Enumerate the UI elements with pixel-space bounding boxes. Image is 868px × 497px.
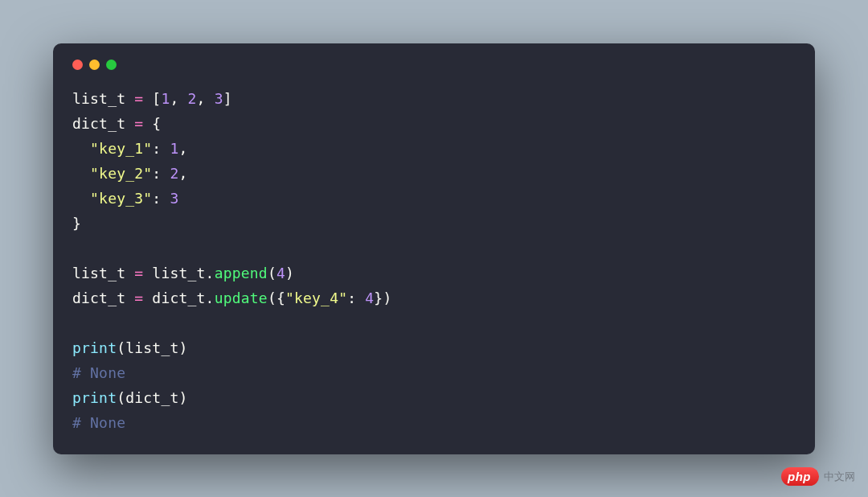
variable: list_t xyxy=(125,339,178,356)
string: "key_4" xyxy=(285,290,347,306)
variable: list_t xyxy=(152,265,205,281)
number: 3 xyxy=(170,190,178,207)
brace: { xyxy=(152,115,161,132)
function: print xyxy=(72,339,117,356)
variable: dict_t xyxy=(72,115,125,132)
php-logo-badge: php xyxy=(781,467,819,486)
variable: list_t xyxy=(72,265,125,281)
code-line: list_t = [1, 2, 3] xyxy=(72,86,796,111)
maximize-icon[interactable] xyxy=(106,60,117,70)
colon: : xyxy=(152,140,170,157)
number: 3 xyxy=(215,90,223,107)
minimize-icon[interactable] xyxy=(89,60,100,70)
operator: = xyxy=(125,265,152,281)
dot: . xyxy=(206,265,215,281)
paren: ) xyxy=(178,339,187,356)
code-line-empty xyxy=(72,310,796,335)
variable: dict_t xyxy=(152,290,205,306)
code-line: list_t = list_t.append(4) xyxy=(72,261,796,285)
comma: , xyxy=(178,140,187,157)
number: 1 xyxy=(161,90,170,107)
brace: } xyxy=(72,215,81,232)
comment: # None xyxy=(72,414,125,431)
paren: ( xyxy=(117,339,125,356)
code-line: } xyxy=(72,211,796,236)
bracket: ] xyxy=(223,90,232,107)
colon: : xyxy=(152,190,170,207)
number: 4 xyxy=(276,265,285,281)
code-line: # None xyxy=(72,360,796,385)
number: 2 xyxy=(170,165,178,182)
method: append xyxy=(215,265,268,281)
close-icon[interactable] xyxy=(72,60,83,70)
comma: , xyxy=(170,90,187,107)
code-content: list_t = [1, 2, 3] dict_t = { "key_1": 1… xyxy=(72,86,796,435)
string: "key_2" xyxy=(90,165,152,182)
comment: # None xyxy=(72,364,125,381)
function: print xyxy=(72,389,117,406)
number: 4 xyxy=(365,290,374,306)
paren: }) xyxy=(374,290,391,306)
bracket: [ xyxy=(152,90,161,107)
watermark-text: 中文网 xyxy=(824,470,855,484)
code-line: "key_2": 2, xyxy=(72,161,796,186)
paren: ( xyxy=(117,389,125,406)
number: 2 xyxy=(188,90,197,107)
variable: dict_t xyxy=(125,389,178,406)
operator: = xyxy=(125,115,152,132)
dot: . xyxy=(206,290,215,306)
paren: ( xyxy=(268,265,276,281)
code-line: print(dict_t) xyxy=(72,385,796,410)
code-window: list_t = [1, 2, 3] dict_t = { "key_1": 1… xyxy=(53,43,815,454)
code-line: "key_1": 1, xyxy=(72,136,796,161)
window-titlebar xyxy=(72,60,796,70)
string: "key_1" xyxy=(90,140,152,157)
code-line: dict_t = { xyxy=(72,111,796,136)
watermark: php 中文网 xyxy=(781,467,855,486)
colon: : xyxy=(347,290,365,306)
code-line: dict_t = dict_t.update({"key_4": 4}) xyxy=(72,285,796,310)
paren: ) xyxy=(285,265,294,281)
comma: , xyxy=(197,90,215,107)
operator: = xyxy=(125,290,152,306)
variable: dict_t xyxy=(72,290,125,306)
code-line: # None xyxy=(72,410,796,435)
number: 1 xyxy=(170,140,178,157)
string: "key_3" xyxy=(90,190,152,207)
variable: list_t xyxy=(72,90,125,107)
colon: : xyxy=(152,165,170,182)
code-line: print(list_t) xyxy=(72,335,796,360)
operator: = xyxy=(125,90,152,107)
method: update xyxy=(215,290,268,306)
code-line-empty xyxy=(72,236,796,261)
paren: ) xyxy=(178,389,187,406)
paren: ({ xyxy=(268,290,285,306)
code-line: "key_3": 3 xyxy=(72,186,796,211)
comma: , xyxy=(178,165,187,182)
